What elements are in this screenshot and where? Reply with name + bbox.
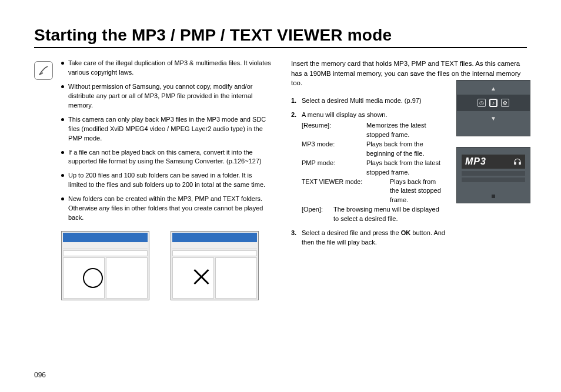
explorer-thumbnails	[61, 231, 272, 300]
page-number: 096	[34, 371, 46, 379]
note-item: If a file can not be played back on this…	[61, 148, 272, 167]
note-icon	[34, 61, 53, 80]
note-bullets: Take care of the illegal duplication of …	[61, 59, 272, 223]
def-desc: Plays back from the beginning of the fil…	[366, 140, 446, 159]
note-item: Up to 200 files and 100 sub folders can …	[61, 171, 272, 190]
step-2-lead: A menu will display as shown.	[302, 111, 388, 118]
camera-screen-mode-select: ▲ ◀ ▶ ▼ ◷ ♪ ✿	[456, 80, 530, 136]
headphones-icon	[513, 158, 522, 166]
explorer-thumb-ok	[61, 231, 149, 300]
explorer-thumb-bad	[171, 231, 259, 300]
def-desc: Memorizes the latest stopped frame.	[366, 121, 446, 140]
circle-mark-icon	[83, 268, 103, 288]
film-icon: ✿	[501, 99, 509, 107]
def-term: [Open]:	[302, 205, 333, 224]
note-item: Without permission of Samsung, you canno…	[61, 82, 272, 110]
cross-mark-icon	[192, 268, 210, 286]
note-item: This camera can only play back MP3 files…	[61, 115, 272, 143]
def-desc: The browsing menu will be displayed to s…	[333, 205, 446, 224]
ok-label: OK	[401, 229, 411, 236]
mp3-label: MP3	[465, 156, 486, 167]
page-title: Starting the MP3 / PMP / TEXT VIEWER mod…	[34, 26, 527, 48]
def-desc: Plays back from the latest stopped frame…	[366, 159, 446, 177]
note-item: New folders can be created within the MP…	[61, 195, 272, 223]
svg-rect-1	[519, 162, 520, 165]
chevron-down-icon: ▼	[490, 115, 496, 122]
stop-icon	[492, 195, 495, 198]
note-item: Take care of the illegal duplication of …	[61, 59, 272, 78]
step-1-text: Select a desired Multi media mode. (p.97…	[302, 97, 422, 104]
clock-icon: ◷	[477, 99, 486, 107]
def-term: [Resume]:	[302, 121, 366, 140]
step-3-text-a: Select a desired file and press the	[302, 229, 401, 236]
def-term: TEXT VIEWER mode:	[302, 177, 390, 206]
camera-screen-mp3: MP3	[456, 147, 530, 203]
svg-rect-0	[515, 162, 516, 165]
step-3: 3. Select a desired file and press the O…	[291, 229, 527, 247]
def-term: MP3 mode:	[302, 140, 366, 159]
def-term: PMP mode:	[302, 159, 366, 177]
chevron-up-icon: ▲	[490, 85, 496, 92]
def-desc: Plays back from the latest stopped frame…	[390, 177, 446, 206]
music-note-icon: ♪	[489, 99, 497, 107]
